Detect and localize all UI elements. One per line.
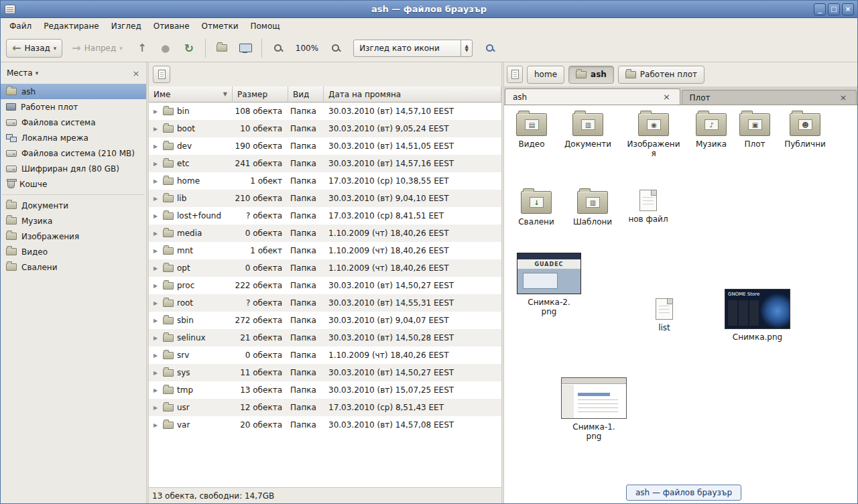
minimize-button[interactable]: _ — [814, 3, 826, 15]
file-row[interactable]: ▶ bin 108 обекта Папка 30.03.2010 (вт) 1… — [149, 103, 501, 120]
icon-item-video[interactable]: ▤ Видео — [508, 113, 555, 149]
file-row[interactable]: ▶ etc 241 обекта Папка 30.03.2010 (вт) 1… — [149, 155, 501, 172]
icon-item-snimka1[interactable]: Снимка-1.png — [560, 377, 627, 441]
back-button[interactable]: ← Назад ▾ — [6, 39, 62, 58]
sidebar-item-encrypted-80gb[interactable]: Шифриран дял (80 GB) — [1, 161, 146, 176]
notes-button[interactable] — [153, 66, 170, 83]
icon-item-snimka2[interactable]: GUADEC Снимка-2.png — [515, 253, 583, 316]
icon-item-templates[interactable]: ▥ Шаблони — [568, 191, 617, 227]
expander-icon[interactable]: ▶ — [154, 231, 160, 237]
sidebar-item-ash[interactable]: ash — [1, 84, 146, 99]
sidebar-item-filesystem-210mb[interactable]: Файлова система (210 MB) — [1, 145, 146, 161]
location-toggle-button[interactable] — [507, 66, 523, 83]
sidebar-item-desktop[interactable]: Работен плот — [1, 99, 146, 115]
file-row[interactable]: ▶ proc 222 обекта Папка 30.03.2010 (вт) … — [149, 277, 501, 294]
sidebar-item-documents[interactable]: Документи — [1, 198, 146, 213]
file-row[interactable]: ▶ usr 12 обекта Папка 17.03.2010 (ср) 8,… — [149, 399, 501, 416]
sidebar-item-filesystem[interactable]: Файлова система — [1, 115, 146, 130]
expander-icon[interactable]: ▶ — [154, 370, 160, 376]
menu-help[interactable]: Помощ — [245, 19, 286, 33]
breadcrumb-desktop[interactable]: Работен плот — [618, 66, 704, 84]
file-row[interactable]: ▶ srv 0 обекта Папка 1.10.2009 (чт) 18,4… — [149, 346, 501, 364]
expander-icon[interactable]: ▶ — [154, 353, 160, 359]
file-row[interactable]: ▶ opt 0 обекта Папка 1.10.2009 (чт) 18,4… — [149, 259, 501, 277]
computer-button[interactable] — [235, 39, 255, 58]
icon-item-downloads[interactable]: ↓ Свалени — [513, 191, 560, 227]
sidebar-item-trash[interactable]: Кошче — [1, 176, 146, 192]
file-row[interactable]: ▶ selinux 21 обекта Папка 30.03.2010 (вт… — [149, 329, 501, 346]
column-header-size[interactable]: Размер — [233, 86, 288, 103]
expander-icon[interactable]: ▶ — [154, 178, 160, 184]
sidebar-item-music[interactable]: Музика — [1, 213, 146, 229]
expander-icon[interactable]: ▶ — [154, 196, 160, 202]
expander-icon[interactable]: ▶ — [154, 318, 160, 324]
file-row[interactable]: ▶ lib 210 обекта Папка 30.03.2010 (вт) 9… — [149, 190, 501, 207]
icon-item-snimka[interactable]: GNOME Store Снимка.png — [724, 289, 791, 342]
sidebar-item-network[interactable]: Локална мрежа — [1, 130, 146, 145]
forward-button[interactable]: → Напред ▾ — [66, 39, 128, 58]
expander-icon[interactable]: ▶ — [154, 161, 160, 167]
expander-icon[interactable]: ▶ — [154, 109, 160, 115]
column-header-date[interactable]: Дата на промяна — [324, 86, 501, 103]
expander-icon[interactable]: ▶ — [154, 283, 160, 289]
menu-edit[interactable]: Редактиране — [38, 19, 105, 33]
file-row[interactable]: ▶ lost+found ? обекта Папка 17.03.2010 (… — [149, 207, 501, 225]
sidebar-dropdown-icon[interactable]: ▾ — [36, 70, 39, 76]
icon-item-pictures[interactable]: ◉ Изображения — [626, 113, 681, 158]
reload-button[interactable]: ↻ — [179, 39, 199, 58]
sidebar-item-pictures[interactable]: Изображения — [1, 229, 146, 244]
column-header-type[interactable]: Вид — [288, 86, 324, 103]
tab-plot[interactable]: Плот × — [682, 90, 857, 105]
icon-item-music[interactable]: ♪ Музика — [688, 113, 735, 149]
tab-ash[interactable]: ash × — [505, 88, 680, 105]
file-row[interactable]: ▶ mnt 1 обект Папка 1.10.2009 (чт) 18,40… — [149, 242, 501, 259]
expander-icon[interactable]: ▶ — [154, 422, 160, 428]
zoom-out-button[interactable] — [268, 39, 288, 58]
zoom-in-button[interactable] — [326, 39, 346, 58]
file-row[interactable]: ▶ root ? обекта Папка 30.03.2010 (вт) 14… — [149, 294, 501, 312]
icon-item-new-file[interactable]: нов файл — [625, 190, 672, 224]
stop-button[interactable]: ● — [156, 39, 176, 58]
expander-icon[interactable]: ▶ — [154, 248, 160, 254]
icon-item-public[interactable]: ☻ Публични — [780, 113, 830, 149]
view-mode-select[interactable]: Изглед като икони ▲ ▼ — [353, 40, 473, 57]
tab-close-icon[interactable]: × — [662, 92, 672, 101]
file-row[interactable]: ▶ var 20 обекта Папка 30.03.2010 (вт) 14… — [149, 416, 501, 434]
menu-go[interactable]: Отиване — [147, 19, 196, 33]
expander-icon[interactable]: ▶ — [154, 405, 160, 411]
menu-file[interactable]: Файл — [3, 19, 38, 33]
icon-item-list[interactable]: list — [641, 298, 688, 332]
sidebar-title[interactable]: Места — [7, 68, 33, 78]
expander-icon[interactable]: ▶ — [154, 387, 160, 393]
file-row[interactable]: ▶ sbin 272 обекта Папка 30.03.2010 (вт) … — [149, 312, 501, 329]
taskbar-window-button[interactable]: ash — файлов браузър — [626, 485, 741, 501]
close-button[interactable]: × — [842, 3, 854, 15]
view-mode-spinner[interactable]: ▲ ▼ — [461, 40, 472, 56]
menu-bookmarks[interactable]: Отметки — [196, 19, 245, 33]
expander-icon[interactable]: ▶ — [154, 213, 160, 219]
expander-icon[interactable]: ▶ — [154, 143, 160, 149]
file-row[interactable]: ▶ dev 190 обекта Папка 30.03.2010 (вт) 1… — [149, 137, 501, 155]
expander-icon[interactable]: ▶ — [154, 335, 160, 341]
file-row[interactable]: ▶ tmp 13 обекта Папка 30.03.2010 (вт) 15… — [149, 381, 501, 399]
expander-icon[interactable]: ▶ — [154, 300, 160, 306]
file-row[interactable]: ▶ sys 11 обекта Папка 30.03.2010 (вт) 14… — [149, 364, 501, 381]
icon-item-desktop[interactable]: ▣ Плот — [733, 113, 776, 149]
file-row[interactable]: ▶ home 1 обект Папка 17.03.2010 (ср) 10,… — [149, 172, 501, 190]
sidebar-item-downloads[interactable]: Свалени — [1, 259, 146, 275]
expander-icon[interactable]: ▶ — [154, 126, 160, 132]
icon-item-documents[interactable]: ▥ Документи — [563, 113, 613, 149]
menu-view[interactable]: Изглед — [105, 19, 147, 33]
expander-icon[interactable]: ▶ — [154, 265, 160, 271]
sidebar-item-video[interactable]: Видео — [1, 244, 146, 259]
breadcrumb-home[interactable]: home — [527, 66, 564, 84]
breadcrumb-ash[interactable]: ash — [568, 66, 614, 84]
up-button[interactable]: ↑ — [132, 39, 152, 58]
maximize-button[interactable]: □ — [828, 3, 840, 15]
search-button[interactable] — [480, 39, 500, 58]
column-header-name[interactable]: Име ▼ — [149, 86, 233, 103]
titlebar[interactable]: ash — файлов браузър _ □ × — [1, 1, 857, 18]
sidebar-close-button[interactable]: × — [130, 68, 142, 78]
home-button[interactable] — [212, 39, 232, 58]
file-row[interactable]: ▶ media 0 обекта Папка 1.10.2009 (чт) 18… — [149, 225, 501, 242]
